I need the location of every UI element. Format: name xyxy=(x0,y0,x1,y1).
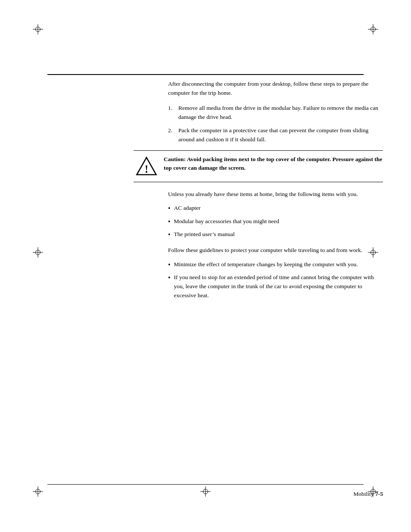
numbered-steps-list: 1. Remove all media from the drive in th… xyxy=(168,104,383,144)
footer-page-ref: 7-5 xyxy=(375,491,383,497)
unless-paragraph: Unless you already have these items at h… xyxy=(168,190,383,199)
intro-paragraph: After disconnecting the computer from yo… xyxy=(168,80,383,98)
step-1-text: Remove all media from the drive in the m… xyxy=(178,104,383,122)
footer-section: Mobility xyxy=(353,491,375,497)
content-area: After disconnecting the computer from yo… xyxy=(168,80,383,480)
top-rule xyxy=(47,74,364,75)
caution-icon-area: ! xyxy=(134,155,159,177)
guideline-2-text: If you need to stop for an extended peri… xyxy=(174,273,383,300)
bring-item-1: AC adapter xyxy=(168,204,383,213)
footer: Mobility 7-5 xyxy=(353,491,383,498)
step-2: 2. Pack the computer in a protective cas… xyxy=(168,126,383,144)
crosshair-top-left xyxy=(33,24,43,34)
step-1: 1. Remove all media from the drive in th… xyxy=(168,104,383,122)
crosshair-bottom-left xyxy=(33,486,43,497)
bring-items-list: AC adapter Modular bay accessories that … xyxy=(168,204,383,240)
guideline-1-text: Minimize the effect of temperature chang… xyxy=(174,260,358,270)
crosshair-bottom-center xyxy=(200,486,211,497)
caution-box: ! Caution: Avoid packing items next to t… xyxy=(134,150,383,182)
bring-item-1-text: AC adapter xyxy=(174,204,201,213)
bring-item-2-text: Modular bay accessories that you might n… xyxy=(174,217,279,227)
bring-item-2: Modular bay accessories that you might n… xyxy=(168,217,383,227)
page: After disconnecting the computer from yo… xyxy=(0,0,411,532)
guideline-2: If you need to stop for an extended peri… xyxy=(168,273,383,300)
bottom-rule xyxy=(47,484,364,485)
step-1-number: 1. xyxy=(168,104,175,122)
step-2-number: 2. xyxy=(168,126,175,144)
step-2-text: Pack the computer in a protective case t… xyxy=(178,126,383,144)
caution-text: Caution: Avoid packing items next to the… xyxy=(164,155,383,173)
follow-paragraph: Follow these guidelines to protect your … xyxy=(168,246,383,255)
svg-text:!: ! xyxy=(145,163,148,175)
bring-item-3-text: The printed user’s manual xyxy=(174,230,235,240)
crosshair-top-right xyxy=(368,24,378,34)
warning-triangle-icon: ! xyxy=(135,155,158,177)
guidelines-list: Minimize the effect of temperature chang… xyxy=(168,260,383,300)
bring-item-3: The printed user’s manual xyxy=(168,230,383,240)
guideline-1: Minimize the effect of temperature chang… xyxy=(168,260,383,270)
crosshair-middle-left xyxy=(33,247,43,258)
